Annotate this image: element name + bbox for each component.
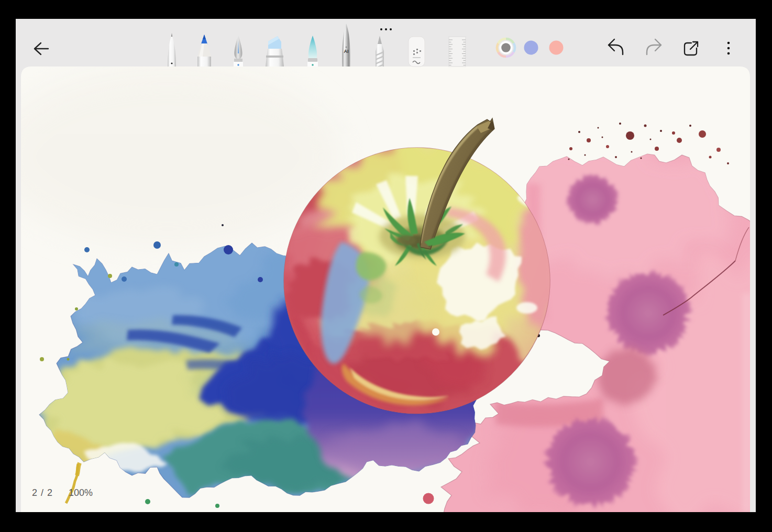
svg-text:AI: AI [344,49,349,54]
svg-text:2 / 2: 2 / 2 [32,487,53,498]
svg-text:100%: 100% [69,487,93,498]
